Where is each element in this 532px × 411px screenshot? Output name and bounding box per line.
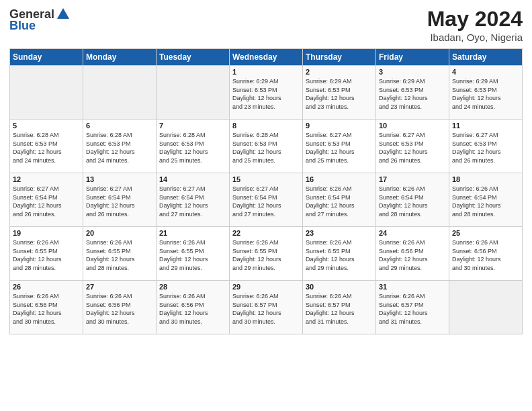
day-number: 30 [306, 283, 373, 291]
day-info: Sunrise: 6:26 AM Sunset: 6:54 PM Dayligh… [452, 185, 519, 218]
day-info: Sunrise: 6:29 AM Sunset: 6:53 PM Dayligh… [379, 77, 446, 111]
logo: General Blue [9, 7, 71, 33]
day-info: Sunrise: 6:26 AM Sunset: 6:55 PM Dayligh… [86, 238, 153, 272]
day-info: Sunrise: 6:26 AM Sunset: 6:57 PM Dayligh… [232, 292, 300, 326]
day-number: 3 [379, 68, 446, 76]
day-number: 12 [13, 175, 80, 183]
logo-icon [56, 7, 71, 21]
day-number: 14 [159, 175, 226, 183]
subtitle: Ibadan, Oyo, Nigeria [427, 32, 523, 43]
day-info: Sunrise: 6:26 AM Sunset: 6:54 PM Dayligh… [306, 185, 373, 218]
day-number: 22 [232, 229, 300, 237]
day-number: 15 [232, 175, 300, 183]
header-monday: Monday [83, 49, 157, 66]
calendar-cell [157, 66, 230, 120]
calendar-week-row: 26Sunrise: 6:26 AM Sunset: 6:56 PM Dayli… [10, 281, 523, 334]
calendar-cell: 4Sunrise: 6:29 AM Sunset: 6:53 PM Daylig… [449, 66, 523, 120]
calendar-cell: 5Sunrise: 6:28 AM Sunset: 6:53 PM Daylig… [10, 120, 83, 173]
calendar-week-row: 5Sunrise: 6:28 AM Sunset: 6:53 PM Daylig… [10, 120, 523, 173]
day-number: 1 [232, 68, 300, 76]
day-number: 13 [86, 175, 153, 183]
day-info: Sunrise: 6:27 AM Sunset: 6:54 PM Dayligh… [86, 185, 153, 218]
day-info: Sunrise: 6:26 AM Sunset: 6:56 PM Dayligh… [159, 292, 226, 326]
day-info: Sunrise: 6:27 AM Sunset: 6:53 PM Dayligh… [306, 131, 373, 165]
header-thursday: Thursday [303, 49, 376, 66]
calendar-cell: 22Sunrise: 6:26 AM Sunset: 6:55 PM Dayli… [230, 227, 303, 281]
day-number: 9 [306, 122, 373, 130]
calendar-cell: 12Sunrise: 6:27 AM Sunset: 6:54 PM Dayli… [10, 173, 83, 227]
calendar-cell: 26Sunrise: 6:26 AM Sunset: 6:56 PM Dayli… [10, 281, 83, 334]
calendar-cell: 17Sunrise: 6:26 AM Sunset: 6:54 PM Dayli… [376, 173, 449, 227]
day-info: Sunrise: 6:29 AM Sunset: 6:53 PM Dayligh… [306, 77, 373, 111]
calendar-cell: 31Sunrise: 6:26 AM Sunset: 6:57 PM Dayli… [376, 281, 449, 334]
day-number: 23 [306, 229, 373, 237]
calendar-cell: 23Sunrise: 6:26 AM Sunset: 6:55 PM Dayli… [303, 227, 376, 281]
header-sunday: Sunday [10, 49, 83, 66]
day-number: 5 [13, 122, 80, 130]
day-info: Sunrise: 6:26 AM Sunset: 6:56 PM Dayligh… [452, 238, 519, 272]
page: General Blue May 2024 Ibadan, Oyo, Niger… [0, 0, 532, 411]
logo-blue-text: Blue [9, 19, 36, 33]
calendar-cell: 13Sunrise: 6:27 AM Sunset: 6:54 PM Dayli… [83, 173, 157, 227]
day-info: Sunrise: 6:28 AM Sunset: 6:53 PM Dayligh… [86, 131, 153, 165]
calendar-cell: 28Sunrise: 6:26 AM Sunset: 6:56 PM Dayli… [157, 281, 230, 334]
calendar-cell: 6Sunrise: 6:28 AM Sunset: 6:53 PM Daylig… [83, 120, 157, 173]
calendar-cell: 8Sunrise: 6:28 AM Sunset: 6:53 PM Daylig… [230, 120, 303, 173]
day-info: Sunrise: 6:26 AM Sunset: 6:55 PM Dayligh… [159, 238, 226, 272]
day-info: Sunrise: 6:28 AM Sunset: 6:53 PM Dayligh… [13, 131, 80, 165]
calendar-cell: 10Sunrise: 6:27 AM Sunset: 6:53 PM Dayli… [376, 120, 449, 173]
calendar-cell: 1Sunrise: 6:29 AM Sunset: 6:53 PM Daylig… [230, 66, 303, 120]
calendar-cell: 19Sunrise: 6:26 AM Sunset: 6:55 PM Dayli… [10, 227, 83, 281]
day-info: Sunrise: 6:27 AM Sunset: 6:54 PM Dayligh… [232, 185, 300, 218]
calendar-cell [449, 281, 523, 334]
day-number: 21 [159, 229, 226, 237]
header-wednesday: Wednesday [230, 49, 303, 66]
calendar-cell: 24Sunrise: 6:26 AM Sunset: 6:56 PM Dayli… [376, 227, 449, 281]
day-info: Sunrise: 6:27 AM Sunset: 6:54 PM Dayligh… [13, 185, 80, 218]
day-info: Sunrise: 6:27 AM Sunset: 6:53 PM Dayligh… [452, 131, 519, 165]
calendar-cell: 14Sunrise: 6:27 AM Sunset: 6:54 PM Dayli… [157, 173, 230, 227]
calendar-cell: 29Sunrise: 6:26 AM Sunset: 6:57 PM Dayli… [230, 281, 303, 334]
day-info: Sunrise: 6:29 AM Sunset: 6:53 PM Dayligh… [452, 77, 519, 111]
calendar-cell [10, 66, 83, 120]
day-number: 18 [452, 175, 519, 183]
day-info: Sunrise: 6:26 AM Sunset: 6:54 PM Dayligh… [379, 185, 446, 218]
day-number: 2 [306, 68, 373, 76]
calendar-cell: 7Sunrise: 6:28 AM Sunset: 6:53 PM Daylig… [157, 120, 230, 173]
day-number: 19 [13, 229, 80, 237]
day-info: Sunrise: 6:26 AM Sunset: 6:56 PM Dayligh… [86, 292, 153, 326]
day-number: 11 [452, 122, 519, 130]
calendar-week-row: 1Sunrise: 6:29 AM Sunset: 6:53 PM Daylig… [10, 66, 523, 120]
calendar-week-row: 12Sunrise: 6:27 AM Sunset: 6:54 PM Dayli… [10, 173, 523, 227]
calendar-cell: 15Sunrise: 6:27 AM Sunset: 6:54 PM Dayli… [230, 173, 303, 227]
calendar-cell: 25Sunrise: 6:26 AM Sunset: 6:56 PM Dayli… [449, 227, 523, 281]
day-number: 26 [13, 283, 80, 291]
main-title: May 2024 [427, 7, 523, 32]
day-number: 7 [159, 122, 226, 130]
day-info: Sunrise: 6:26 AM Sunset: 6:57 PM Dayligh… [306, 292, 373, 326]
day-info: Sunrise: 6:26 AM Sunset: 6:55 PM Dayligh… [232, 238, 300, 272]
day-info: Sunrise: 6:28 AM Sunset: 6:53 PM Dayligh… [159, 131, 226, 165]
calendar-cell: 18Sunrise: 6:26 AM Sunset: 6:54 PM Dayli… [449, 173, 523, 227]
svg-marker-0 [57, 8, 69, 19]
calendar-cell: 16Sunrise: 6:26 AM Sunset: 6:54 PM Dayli… [303, 173, 376, 227]
calendar-cell: 30Sunrise: 6:26 AM Sunset: 6:57 PM Dayli… [303, 281, 376, 334]
day-info: Sunrise: 6:28 AM Sunset: 6:53 PM Dayligh… [232, 131, 300, 165]
calendar-cell: 27Sunrise: 6:26 AM Sunset: 6:56 PM Dayli… [83, 281, 157, 334]
day-info: Sunrise: 6:27 AM Sunset: 6:54 PM Dayligh… [159, 185, 226, 218]
day-number: 10 [379, 122, 446, 130]
day-info: Sunrise: 6:29 AM Sunset: 6:53 PM Dayligh… [232, 77, 300, 111]
day-number: 17 [379, 175, 446, 183]
calendar-week-row: 19Sunrise: 6:26 AM Sunset: 6:55 PM Dayli… [10, 227, 523, 281]
day-number: 4 [452, 68, 519, 76]
calendar: Sunday Monday Tuesday Wednesday Thursday… [9, 48, 523, 334]
calendar-cell: 2Sunrise: 6:29 AM Sunset: 6:53 PM Daylig… [303, 66, 376, 120]
day-info: Sunrise: 6:26 AM Sunset: 6:56 PM Dayligh… [13, 292, 80, 326]
day-number: 29 [232, 283, 300, 291]
header: General Blue May 2024 Ibadan, Oyo, Niger… [9, 7, 523, 43]
header-friday: Friday [376, 49, 449, 66]
day-number: 16 [306, 175, 373, 183]
day-number: 8 [232, 122, 300, 130]
day-number: 31 [379, 283, 446, 291]
calendar-cell: 20Sunrise: 6:26 AM Sunset: 6:55 PM Dayli… [83, 227, 157, 281]
